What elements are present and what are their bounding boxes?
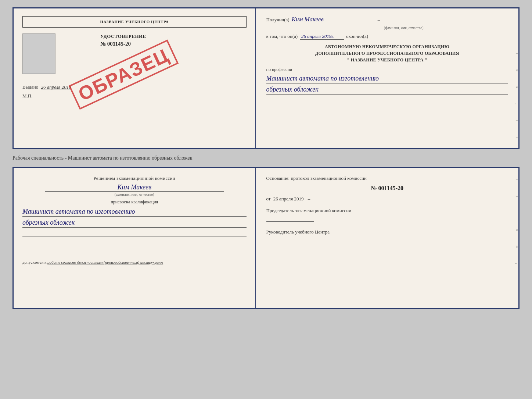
bottom-doc-left: Решением экзаменационной комиссии Ким Ма… [14, 168, 256, 308]
bottom-doc-right: Основание: протокол экзаменационной коми… [256, 168, 518, 308]
top-doc-right: Получил(а) Ким Макеев – (фамилия, имя, о… [256, 8, 518, 148]
org-line2: ДОПОЛНИТЕЛЬНОГО ПРОФЕССИОНАЛЬНОГО ОБРАЗО… [266, 50, 508, 57]
middle-label: Рабочая специальность - Машинист автомат… [12, 154, 520, 163]
v-tom-label: в том, что он(а) [266, 33, 298, 39]
mp-line: М.П. [22, 93, 247, 99]
blank-line-1 [22, 231, 247, 236]
school-name-top: НАЗВАНИЕ УЧЕБНОГО ЦЕНТРА [22, 16, 247, 28]
protokol-num: № 001145-20 [266, 185, 508, 192]
poluchil-label: Получил(а) [266, 17, 290, 23]
blank-line-2 [22, 239, 247, 245]
right-edge-lines-bottom: – – – и а ← – – [513, 168, 518, 308]
udostoverenie-block: УДОСТОВЕРЕНИЕ № 001145-20 [100, 33, 146, 50]
dopuskaetsya-block: допускается к работе согласно должностны… [22, 260, 247, 266]
v-tom-line: в том, что он(а) 26 апреля 2019г. окончи… [266, 33, 508, 40]
rukovoditel-block: Руководитель учебного Центра [266, 229, 508, 243]
dash1: – [378, 17, 380, 23]
profession-line2-bottom: обрезных обложек [22, 218, 247, 228]
blank-line-4 [22, 269, 247, 275]
bottom-document: Решением экзаменационной комиссии Ким Ма… [12, 167, 520, 309]
predsedatel-label: Председатель экзаменационной комиссии [266, 208, 508, 214]
udostoverenie-title: УДОСТОВЕРЕНИЕ [100, 33, 146, 39]
predsedatel-sig-line [266, 216, 314, 222]
bottom-person-name: Ким Макеев [45, 184, 224, 192]
okonchil-label: окончил(а) [346, 33, 368, 39]
prisvoena-label: присвоена квалификация [22, 199, 247, 205]
ot-date-value: 26 апреля 2019 [273, 196, 304, 202]
poluchil-name: Ким Макеев [292, 16, 373, 24]
rukovoditel-label: Руководитель учебного Центра [266, 229, 508, 235]
right-edge-lines: – – – и а ← – – [513, 8, 518, 148]
fio-label-top: (фамилия, имя, отчество) [299, 26, 508, 30]
org-line1: АВТОНОМНУЮ НЕКОММЕРЧЕСКУЮ ОРГАНИЗАЦИЮ [266, 43, 508, 50]
dopuskaetsya-text: работе согласно должностным (производств… [47, 260, 163, 264]
top-doc-left-inner: НАЗВАНИЕ УЧЕБНОГО ЦЕНТРА УДОСТОВЕРЕНИЕ №… [22, 16, 247, 133]
top-doc-left: НАЗВАНИЕ УЧЕБНОГО ЦЕНТРА УДОСТОВЕРЕНИЕ №… [14, 8, 256, 148]
org-line3: " НАЗВАНИЕ УЧЕБНОГО ЦЕНТРА " [266, 57, 508, 63]
profession-line2-top: обрезных обложек [266, 85, 508, 95]
osnovanie-block: Основание: протокол экзаменационной коми… [266, 175, 508, 192]
poluchil-line: Получил(а) Ким Макеев – [266, 16, 508, 24]
fio-label-bottom: (фамилия, имя, отчество) [22, 192, 247, 196]
profession-line1-bottom: Машинист автомата по изготовлению [22, 207, 247, 217]
org-block: АВТОНОМНУЮ НЕКОММЕРЧЕСКУЮ ОРГАНИЗАЦИЮ ДО… [266, 43, 508, 63]
udostoverenie-num: № 001145-20 [100, 41, 131, 47]
rukovoditel-sig-line [266, 237, 314, 243]
predsedatel-block: Председатель экзаменационной комиссии [266, 208, 508, 222]
dopuskaetsya-label: допускается к [22, 260, 46, 264]
po-professii-label: по профессии [266, 67, 508, 72]
osnovanie-label: Основание: протокол экзаменационной коми… [266, 175, 508, 181]
vydano-line: Выдано 26 апреля 2019 [22, 84, 247, 90]
vydano-date: 26 апреля 2019 [41, 84, 71, 90]
blank-line-3 [22, 248, 247, 254]
ot-date: от 26 апреля 2019 – [266, 196, 508, 202]
photo-placeholder [22, 33, 55, 74]
date-value: 26 апреля 2019г. [300, 33, 344, 40]
resheniem-label: Решением экзаменационной комиссии [22, 175, 247, 181]
profession-line1-top: Машинист автомата по изготовлению [266, 74, 508, 83]
vydano-label: Выдано [22, 84, 38, 90]
ot-label: от [266, 196, 271, 202]
top-document: НАЗВАНИЕ УЧЕБНОГО ЦЕНТРА УДОСТОВЕРЕНИЕ №… [12, 7, 520, 149]
